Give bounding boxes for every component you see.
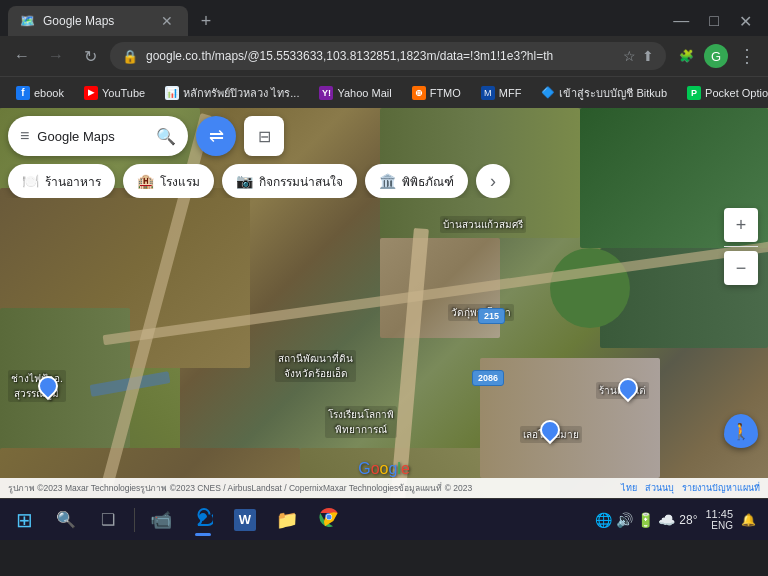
- directions-icon: ⇌: [209, 125, 224, 147]
- menu-button[interactable]: ⋮: [732, 42, 760, 70]
- bookmark-ftmo[interactable]: ⊕ FTMO: [404, 83, 469, 103]
- hotel-label: โรงแรม: [160, 172, 200, 191]
- restaurant-icon: 🍽️: [22, 173, 39, 189]
- battery-icon[interactable]: 🔋: [637, 512, 654, 528]
- bitkub-favicon: 🔷: [541, 86, 555, 100]
- temperature-display: 28°: [679, 513, 697, 527]
- marker-electric[interactable]: [38, 376, 58, 400]
- search-magnifier-icon[interactable]: 🔍: [156, 127, 176, 146]
- notification-button[interactable]: 🔔: [741, 513, 756, 527]
- taskbar: ⊞ 🔍 ❑ 📹 W 📁: [0, 498, 768, 540]
- marker-loei[interactable]: [540, 420, 560, 444]
- map-container[interactable]: ≡ Google Maps 🔍 ⇌ ⊟ 🍽️ ร้านอาหาร 🏨 โรงแร…: [0, 108, 768, 498]
- marker-store[interactable]: [618, 378, 638, 402]
- zoom-divider: [724, 246, 758, 247]
- activity-pill[interactable]: 📷 กิจกรรมน่าสนใจ: [222, 164, 357, 198]
- bookmark-yahoo-label: Yahoo Mail: [337, 87, 391, 99]
- bookmark-mff[interactable]: M MFF: [473, 83, 530, 103]
- taskbar-divider: [134, 508, 135, 532]
- weather-icon: ☁️: [658, 512, 675, 528]
- taskbar-edge-app[interactable]: [183, 502, 223, 538]
- facebook-favicon: f: [16, 86, 30, 100]
- bookmark-bitkub-label: เข้าสู่ระบบบัญชี Bitkub: [559, 84, 667, 102]
- pegman-icon: 🚶: [724, 414, 758, 448]
- taskbar-word-app[interactable]: W: [225, 502, 265, 538]
- bookmarks-bar: f ebook ▶ YouTube 📊 หลักทรัพย์ปิวหลวง ไท…: [0, 76, 768, 108]
- taskview-icon: ❑: [101, 510, 115, 529]
- address-box[interactable]: 🔒 google.co.th/maps/@15.5533633,103.8132…: [110, 42, 666, 70]
- tab-title: Google Maps: [43, 14, 150, 28]
- restaurant-pill[interactable]: 🍽️ ร้านอาหาร: [8, 164, 115, 198]
- tab-favicon: 🗺️: [20, 14, 35, 28]
- bookmark-ftmo-label: FTMO: [430, 87, 461, 99]
- museum-pill[interactable]: 🏛️ พิพิธภัณฑ์: [365, 164, 468, 198]
- taskbar-search-button[interactable]: 🔍: [46, 502, 86, 538]
- bookmark-yahoo[interactable]: Y! Yahoo Mail: [311, 83, 399, 103]
- museum-label: พิพิธภัณฑ์: [402, 172, 454, 191]
- attr-thai-link[interactable]: ไทย: [621, 481, 637, 495]
- share-icon[interactable]: ⬆: [642, 48, 654, 64]
- extensions-button[interactable]: 🧩: [672, 42, 700, 70]
- minimize-button[interactable]: —: [665, 8, 697, 34]
- taskbar-zoom-app[interactable]: 📹: [141, 502, 181, 538]
- directions-button[interactable]: ⇌: [196, 116, 236, 156]
- gmaps-search-text: Google Maps: [37, 129, 114, 144]
- map-controls: + −: [724, 208, 758, 285]
- bookmark-facebook[interactable]: f ebook: [8, 83, 72, 103]
- taskbar-files-app[interactable]: 📁: [267, 502, 307, 538]
- taskbar-chrome-app[interactable]: [309, 502, 349, 538]
- blue-pin-store-icon: [614, 374, 642, 402]
- network-icon[interactable]: 🌐: [595, 512, 612, 528]
- browser-window: 🗺️ Google Maps ✕ + — □ ✕ ← → ↻ 🔒 google.…: [0, 0, 768, 540]
- activity-label: กิจกรรมน่าสนใจ: [259, 172, 343, 191]
- volume-icon[interactable]: 🔊: [616, 512, 633, 528]
- road-badge-2086: 2086: [472, 370, 504, 386]
- taskbar-windows-button[interactable]: ⊞: [4, 502, 44, 538]
- profile-button[interactable]: G: [704, 44, 728, 68]
- new-tab-button[interactable]: +: [192, 7, 220, 35]
- forward-button[interactable]: →: [42, 42, 70, 70]
- more-categories-button[interactable]: ›: [476, 164, 510, 198]
- back-button[interactable]: ←: [8, 42, 36, 70]
- windows-icon: ⊞: [16, 508, 33, 532]
- bookmark-mff-label: MFF: [499, 87, 522, 99]
- bookmark-facebook-label: ebook: [34, 87, 64, 99]
- pocket-favicon: P: [687, 86, 701, 100]
- google-watermark: Google: [358, 460, 410, 478]
- tray-icons: 🌐 🔊 🔋 ☁️ 28°: [595, 512, 697, 528]
- blue-pin-loei-icon: [536, 416, 564, 444]
- active-tab[interactable]: 🗺️ Google Maps ✕: [8, 6, 188, 36]
- layers-button[interactable]: ⊟: [244, 116, 284, 156]
- bookmark-pocket[interactable]: P Pocket Option: [679, 83, 768, 103]
- close-button[interactable]: ✕: [731, 8, 760, 35]
- ime-display: ENG: [711, 520, 733, 531]
- zoom-in-button[interactable]: +: [724, 208, 758, 242]
- ftmo-favicon: ⊕: [412, 86, 426, 100]
- bookmark-youtube[interactable]: ▶ YouTube: [76, 83, 153, 103]
- maximize-button[interactable]: □: [701, 8, 727, 34]
- hotel-pill[interactable]: 🏨 โรงแรม: [123, 164, 214, 198]
- gmaps-search-box[interactable]: ≡ Google Maps 🔍: [8, 116, 188, 156]
- bookmark-bitkub[interactable]: 🔷 เข้าสู่ระบบบัญชี Bitkub: [533, 81, 675, 105]
- museum-icon: 🏛️: [379, 173, 396, 189]
- hlakthrap-favicon: 📊: [165, 86, 179, 100]
- taskbar-taskview-button[interactable]: ❑: [88, 502, 128, 538]
- clock-display[interactable]: 11:45 ENG: [705, 508, 733, 531]
- word-icon: W: [234, 509, 256, 531]
- map-label-village: บ้านสวนแก้วสมศรี: [440, 216, 526, 233]
- reload-button[interactable]: ↻: [76, 42, 104, 70]
- address-text: google.co.th/maps/@15.5533633,103.813285…: [146, 49, 615, 63]
- pegman[interactable]: 🚶: [724, 414, 758, 448]
- files-icon: 📁: [276, 509, 298, 531]
- attr-terms-link[interactable]: ส่วนนบุ: [645, 481, 674, 495]
- gmaps-top-bar: ≡ Google Maps 🔍 ⇌ ⊟: [0, 108, 768, 164]
- zoom-out-button[interactable]: −: [724, 251, 758, 285]
- bookmark-star-icon[interactable]: ☆: [623, 48, 636, 64]
- tab-close-button[interactable]: ✕: [158, 12, 176, 30]
- bookmark-hlakthrap[interactable]: 📊 หลักทรัพย์ปิวหลวง ไทร...: [157, 81, 307, 105]
- layers-icon: ⊟: [258, 127, 271, 146]
- road-badge-215: 215: [478, 308, 505, 324]
- attr-report-link[interactable]: รายงานปัญหาแผนที่: [682, 481, 760, 495]
- search-icon: 🔍: [56, 510, 76, 529]
- bookmark-youtube-label: YouTube: [102, 87, 145, 99]
